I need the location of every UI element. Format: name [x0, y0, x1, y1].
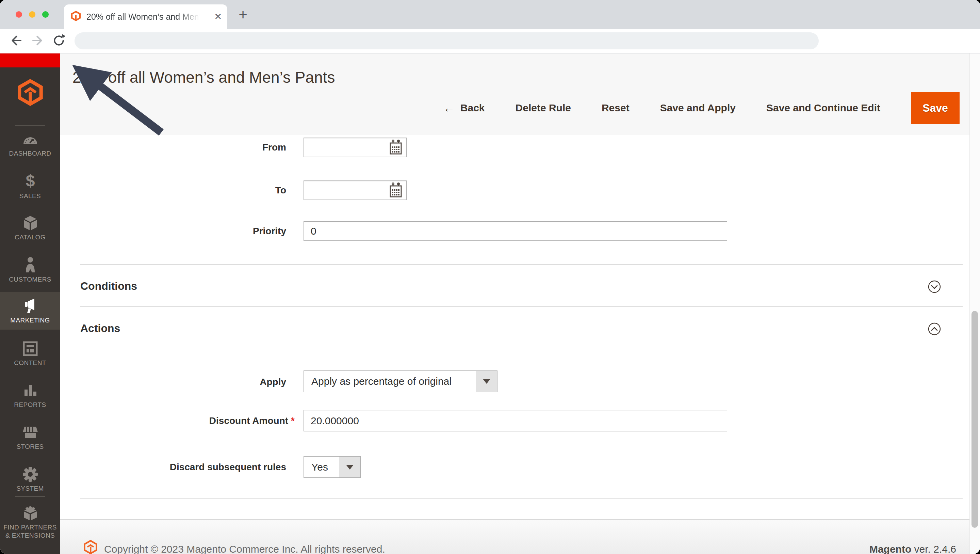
sidebar-item-label-line1: FIND PARTNERS [3, 524, 57, 532]
reset-button[interactable]: Reset [601, 102, 630, 114]
version-number: ver. 2.4.6 [911, 543, 956, 554]
section-divider [80, 264, 963, 265]
sidebar-item-label: CATALOG [14, 233, 46, 241]
close-tab-icon[interactable]: ✕ [214, 11, 222, 22]
magento-logo-icon[interactable] [15, 79, 45, 107]
sidebar-item-find-partners[interactable]: FIND PARTNERS & EXTENSIONS [0, 502, 60, 543]
actions-collapse-icon[interactable] [928, 322, 941, 336]
system-gear-icon [22, 466, 38, 482]
sidebar-item-reports[interactable]: REPORTS [0, 377, 60, 414]
sidebar-item-label: REPORTS [14, 401, 46, 409]
form-content [60, 135, 969, 554]
apply-select-value: Apply as percentage of original [304, 371, 476, 392]
section-divider [80, 307, 963, 307]
sales-dollar-icon: $ [22, 172, 38, 190]
content-layout-icon [22, 341, 38, 356]
copyright-text: Copyright © 2023 Magento Commerce Inc. A… [104, 543, 385, 554]
sidebar-item-label-line2: & EXTENSIONS [5, 532, 55, 540]
traffic-zoom-icon[interactable] [42, 11, 49, 18]
apply-label: Apply [170, 377, 286, 388]
browser-window: 20% off all Women’s and Men’s Pants ✕ + [0, 0, 980, 554]
actions-section-title: Actions [80, 322, 120, 335]
magento-footer-icon [83, 540, 98, 554]
apply-select[interactable]: Apply as percentage of original [304, 370, 498, 392]
scrollbar-track[interactable] [969, 53, 980, 554]
conditions-section-title: Conditions [80, 280, 137, 292]
annotation-arrow-icon [51, 51, 194, 153]
discount-amount-label: Discount Amount* [136, 415, 295, 426]
reports-chart-icon [22, 383, 38, 398]
customers-person-icon [22, 257, 38, 273]
extensions-brick-icon [22, 506, 38, 521]
sidebar-item-label: SALES [19, 192, 41, 200]
refresh-icon[interactable] [52, 34, 66, 48]
stores-shop-icon [22, 425, 38, 440]
version-brand: Magento [869, 543, 911, 554]
discard-subsequent-label: Discard subsequent rules [136, 462, 286, 473]
discard-select-arrow[interactable] [339, 457, 360, 477]
to-calendar-icon[interactable] [389, 182, 402, 198]
back-arrow-icon: ← [443, 101, 455, 115]
sidebar-item-label: MARKETING [10, 317, 50, 324]
back-button-label: Back [460, 102, 485, 114]
conditions-expand-icon[interactable] [928, 280, 941, 294]
sidebar-item-content[interactable]: CONTENT [0, 335, 60, 372]
sidebar-item-system[interactable]: SYSTEM [0, 461, 60, 498]
sidebar-item-catalog[interactable]: CATALOG [0, 209, 60, 247]
sidebar-item-label: CUSTOMERS [9, 276, 51, 283]
sidebar-item-label: CONTENT [14, 359, 46, 367]
forward-icon[interactable] [30, 34, 45, 48]
address-bar[interactable] [75, 32, 819, 49]
delete-rule-button[interactable]: Delete Rule [515, 102, 571, 114]
from-calendar-icon[interactable] [389, 140, 402, 155]
sidebar-item-stores[interactable]: STORES [0, 419, 60, 456]
apply-select-arrow[interactable] [476, 371, 497, 392]
traffic-close-icon[interactable] [16, 11, 22, 18]
discard-select-value: Yes [304, 457, 339, 477]
dropdown-triangle-icon [483, 379, 490, 384]
sidebar-item-marketing[interactable]: MARKETING [0, 292, 60, 330]
browser-tab[interactable]: 20% off all Women’s and Men’s Pants ✕ [64, 5, 227, 29]
page-actions-bar: ← Back Delete Rule Reset Save and Apply … [443, 92, 959, 124]
priority-label: Priority [170, 226, 286, 237]
catalog-box-icon [22, 215, 38, 231]
discount-amount-input[interactable] [304, 410, 727, 431]
sidebar-item-label: DASHBOARD [9, 150, 51, 157]
magento-favicon-icon [71, 10, 81, 23]
content-bottom-divider [80, 498, 963, 499]
to-label: To [170, 185, 286, 196]
discard-subsequent-select[interactable]: Yes [304, 456, 361, 478]
sidebar-item-sales[interactable]: $ SALES [0, 168, 60, 205]
save-button[interactable]: Save [911, 92, 959, 124]
back-button[interactable]: ← Back [443, 101, 485, 115]
marketing-megaphone-icon [22, 298, 39, 314]
sidebar-item-label: STORES [16, 443, 43, 450]
back-icon[interactable] [9, 34, 23, 48]
new-tab-button[interactable]: + [234, 6, 252, 24]
svg-text:$: $ [25, 172, 35, 190]
required-asterisk: * [291, 415, 295, 426]
sidebar-item-label: SYSTEM [16, 485, 44, 492]
save-and-continue-button[interactable]: Save and Continue Edit [766, 102, 880, 114]
dropdown-triangle-icon [346, 465, 353, 469]
priority-input[interactable] [304, 221, 727, 241]
sidebar-divider [15, 496, 45, 497]
tab-title: 20% off all Women’s and Men’s Pants [86, 12, 202, 22]
discount-amount-label-text: Discount Amount [209, 415, 288, 426]
traffic-minimize-icon[interactable] [29, 11, 35, 18]
tab-strip: 20% off all Women’s and Men’s Pants ✕ + [0, 0, 980, 29]
scrollbar-thumb[interactable] [972, 311, 978, 528]
save-and-apply-button[interactable]: Save and Apply [660, 102, 736, 114]
version-text: Magento ver. 2.4.6 [869, 543, 956, 554]
sidebar-item-customers[interactable]: CUSTOMERS [0, 251, 60, 289]
dashboard-gauge-icon [22, 131, 38, 147]
